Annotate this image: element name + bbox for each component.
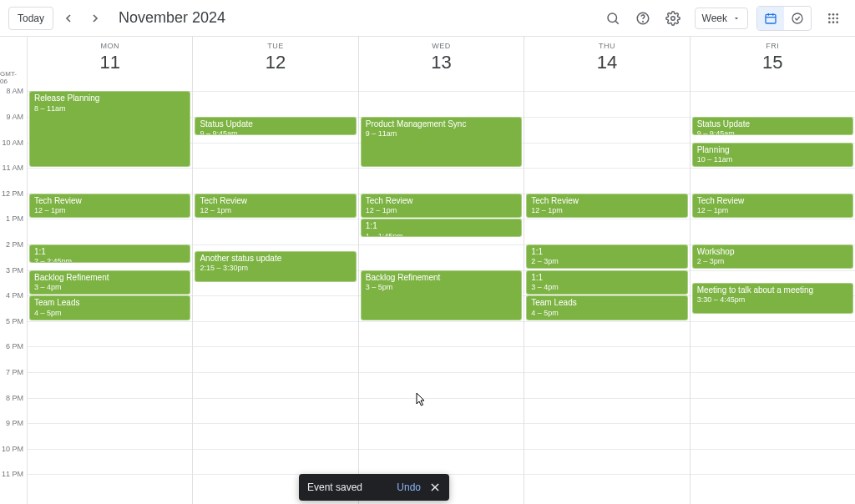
time-label: 8 AM [6, 87, 23, 95]
svg-point-4 [670, 16, 675, 20]
google-apps-button[interactable] [820, 5, 847, 32]
hour-line [359, 168, 524, 169]
time-label: 2 PM [6, 240, 23, 249]
hour-line [524, 398, 689, 399]
hour-line [691, 449, 855, 450]
hour-line [28, 346, 192, 347]
calendar-event[interactable]: Backlog Refinement3 – 5pm [361, 270, 522, 320]
toast-undo-button[interactable]: Undo [397, 481, 421, 493]
settings-button[interactable] [660, 5, 686, 32]
hour-line [28, 474, 192, 475]
prev-week-button[interactable] [57, 7, 80, 30]
hour-line [691, 321, 855, 322]
event-title: Tech Review [531, 196, 682, 207]
day-grid[interactable]: Product Management Sync9 – 11amTech Revi… [359, 78, 524, 504]
day-grid[interactable]: Status Update9 – 9:45amPlanning10 – 11am… [691, 78, 855, 504]
calendar-event[interactable]: Status Update9 – 9:45am [195, 117, 356, 135]
hour-line [524, 143, 689, 144]
toast-close-button[interactable] [429, 481, 441, 493]
view-selector-label: Week [702, 13, 727, 24]
calendar-event[interactable]: Tech Review12 – 1pm [195, 194, 356, 219]
hour-line [524, 423, 689, 424]
hour-line [524, 219, 689, 219]
svg-point-16 [828, 21, 831, 23]
day-column[interactable]: FRI15Status Update9 – 9:45amPlanning10 –… [690, 37, 855, 504]
event-time: 9 – 9:45am [697, 129, 848, 134]
event-time: 4 – 5pm [34, 309, 185, 318]
help-button[interactable] [630, 5, 656, 32]
calendar-event[interactable]: Planning10 – 11am [692, 143, 853, 168]
hour-line [359, 398, 524, 399]
day-column[interactable]: THU14Tech Review12 – 1pm1:12 – 3pm1:13 –… [524, 37, 689, 504]
svg-point-15 [836, 17, 838, 19]
event-title: 1:1 [531, 247, 682, 258]
day-grid[interactable]: Tech Review12 – 1pm1:12 – 3pm1:13 – 4pmT… [524, 78, 689, 504]
day-of-week-label: MON [28, 42, 192, 50]
hour-line [359, 244, 524, 245]
tasks-view-toggle[interactable] [784, 7, 811, 30]
day-header[interactable]: THU14 [524, 37, 689, 78]
next-week-button[interactable] [83, 7, 107, 30]
day-header[interactable]: TUE12 [193, 37, 357, 78]
calendar-view-toggle[interactable] [757, 7, 784, 30]
hour-line [359, 346, 524, 347]
today-button[interactable]: Today [8, 7, 53, 30]
hour-line [524, 474, 689, 475]
calendar-event[interactable]: Another status update2:15 – 3:30pm [195, 251, 356, 282]
hour-line [193, 91, 357, 92]
event-title: Product Management Sync [366, 119, 517, 130]
svg-point-18 [836, 21, 838, 23]
calendar-event[interactable]: Tech Review12 – 1pm [526, 194, 687, 219]
calendar-event[interactable]: 1:12 – 3pm [526, 244, 687, 270]
month-title: November 2024 [119, 9, 225, 27]
day-grid[interactable]: Release Planning8 – 11amTech Review12 – … [28, 78, 192, 504]
calendar-event[interactable]: 1:11 – 1:45pm [361, 219, 522, 237]
calendar-event[interactable]: 1:13 – 4pm [526, 270, 687, 295]
hour-line [28, 449, 192, 450]
calendar-event[interactable]: Release Planning8 – 11am [29, 91, 190, 167]
calendar-event[interactable]: Tech Review12 – 1pm [692, 194, 853, 219]
help-icon [635, 11, 650, 26]
calendar-event[interactable]: Meeting to talk about a meeting3:30 – 4:… [692, 283, 853, 314]
day-header[interactable]: WED13 [359, 37, 524, 78]
hour-line [193, 295, 357, 296]
svg-point-11 [832, 13, 835, 16]
hour-line [193, 168, 357, 169]
hour-line [28, 398, 192, 399]
event-time: 1 – 1:45pm [366, 232, 517, 237]
week-grid[interactable]: MON11Release Planning8 – 11amTech Review… [27, 37, 855, 504]
event-title: 1:1 [34, 247, 185, 258]
day-header[interactable]: MON11 [28, 37, 192, 78]
event-time: 10 – 11am [697, 155, 848, 164]
hour-line [28, 219, 192, 219]
day-grid[interactable]: Status Update9 – 9:45amTech Review12 – 1… [193, 78, 357, 504]
hour-line [524, 372, 689, 373]
day-column[interactable]: MON11Release Planning8 – 11amTech Review… [27, 37, 192, 504]
hour-line [691, 219, 855, 219]
day-column[interactable]: WED13Product Management Sync9 – 11amTech… [358, 37, 524, 504]
search-button[interactable] [600, 5, 626, 32]
calendar-event[interactable]: Product Management Sync9 – 11am [361, 117, 522, 167]
day-number: 11 [28, 52, 192, 73]
calendar-event[interactable]: Tech Review12 – 1pm [29, 194, 190, 219]
calendar-event[interactable]: Tech Review12 – 1pm [361, 194, 522, 219]
calendar-event[interactable]: 1:12 – 2:45pm [29, 244, 190, 263]
calendar-event[interactable]: Team Leads4 – 5pm [29, 295, 190, 320]
hour-line [691, 372, 855, 373]
day-column[interactable]: TUE12Status Update9 – 9:45amTech Review1… [192, 37, 357, 504]
day-of-week-label: WED [359, 42, 524, 50]
day-header[interactable]: FRI15 [691, 37, 855, 78]
time-gutter: GMT-06 8 AM9 AM10 AM11 AM12 PM1 PM2 PM3 … [0, 37, 27, 504]
time-label: 9 PM [6, 419, 23, 427]
calendar-event[interactable]: Team Leads4 – 5pm [526, 295, 687, 320]
chevron-right-icon [89, 12, 102, 25]
toast-message: Event saved [307, 481, 397, 493]
event-time: 12 – 1pm [34, 206, 185, 215]
day-number: 12 [193, 52, 357, 73]
calendar-event[interactable]: Backlog Refinement3 – 4pm [29, 270, 190, 295]
hour-line [193, 143, 357, 144]
view-selector[interactable]: Week [695, 8, 748, 29]
event-title: Meeting to talk about a meeting [697, 285, 848, 296]
calendar-event[interactable]: Workshop2 – 3pm [692, 244, 853, 270]
calendar-event[interactable]: Status Update9 – 9:45am [692, 117, 853, 135]
